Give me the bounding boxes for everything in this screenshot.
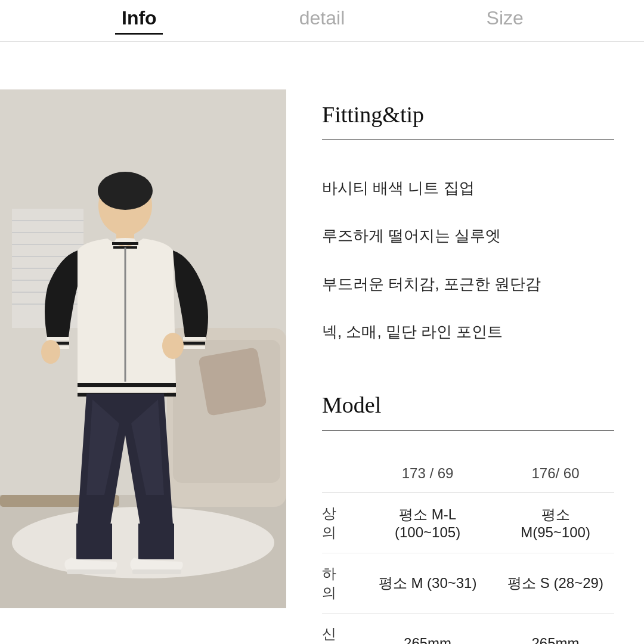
- fitting-item-1: 바시티 배색 니트 집업: [322, 164, 614, 212]
- svg-rect-26: [183, 342, 205, 345]
- row-3-col2: 265mm: [497, 613, 614, 644]
- tab-bar: Info detail Size: [0, 0, 644, 42]
- fitting-section: Fitting&tip 바시티 배색 니트 집업 루즈하게 떨어지는 실루엣 부…: [322, 101, 614, 356]
- tab-detail[interactable]: detail: [231, 7, 414, 34]
- row-1-col1: 평소 M-L (100~105): [358, 493, 497, 553]
- model-divider: [322, 430, 614, 431]
- svg-point-31: [41, 340, 60, 364]
- svg-rect-5: [198, 347, 267, 416]
- model-col-label: [322, 454, 358, 493]
- tab-size[interactable]: Size: [413, 7, 596, 34]
- info-panel: Fitting&tip 바시티 배색 니트 집업 루즈하게 떨어지는 실루엣 부…: [286, 89, 644, 644]
- svg-rect-36: [132, 569, 181, 574]
- fitting-item-2: 루즈하게 떨어지는 실루엣: [322, 212, 614, 259]
- svg-rect-25: [183, 337, 206, 340]
- svg-rect-29: [78, 388, 176, 392]
- fitting-title: Fitting&tip: [322, 101, 614, 128]
- table-row: 상의 평소 M-L (100~105) 평소 M(95~100): [322, 493, 614, 553]
- product-image: [0, 89, 286, 608]
- row-3-label: 신발: [322, 613, 358, 644]
- row-2-label: 하의: [322, 553, 358, 613]
- model-table: 173 / 69 176/ 60 상의 평소 M-L (100~105) 평소 …: [322, 454, 614, 644]
- row-1-label: 상의: [322, 493, 358, 553]
- table-row: 신발 265mm 265mm: [322, 613, 614, 644]
- tab-info[interactable]: Info: [48, 7, 231, 34]
- main-content: Fitting&tip 바시티 배색 니트 집업 루즈하게 떨어지는 실루엣 부…: [0, 42, 644, 644]
- svg-point-32: [162, 333, 184, 359]
- fitting-item-3: 부드러운 터치감, 포근한 원단감: [322, 260, 614, 308]
- fitting-divider: [322, 140, 614, 140]
- row-2-col1: 평소 M (30~31): [358, 553, 497, 613]
- svg-rect-35: [67, 569, 116, 574]
- model-col-2: 176/ 60: [497, 454, 614, 493]
- svg-rect-28: [78, 383, 176, 387]
- svg-rect-27: [183, 346, 205, 349]
- model-table-header: 173 / 69 176/ 60: [322, 454, 614, 493]
- svg-rect-34: [138, 524, 174, 559]
- row-2-col2: 평소 S (28~29): [497, 553, 614, 613]
- model-col-1: 173 / 69: [358, 454, 497, 493]
- row-3-col1: 265mm: [358, 613, 497, 644]
- svg-rect-19: [112, 242, 138, 245]
- table-row: 하의 평소 M (30~31) 평소 S (28~29): [322, 553, 614, 613]
- fitting-item-4: 넥, 소매, 밑단 라인 포인트: [322, 308, 614, 355]
- fitting-list: 바시티 배색 니트 집업 루즈하게 떨어지는 실루엣 부드러운 터치감, 포근한…: [322, 164, 614, 356]
- svg-rect-33: [76, 524, 112, 559]
- model-title: Model: [322, 392, 614, 418]
- row-1-col2: 평소 M(95~100): [497, 493, 614, 553]
- model-section: Model 173 / 69 176/ 60 상의 평소 M-L (100~10…: [322, 392, 614, 644]
- svg-point-17: [98, 172, 153, 210]
